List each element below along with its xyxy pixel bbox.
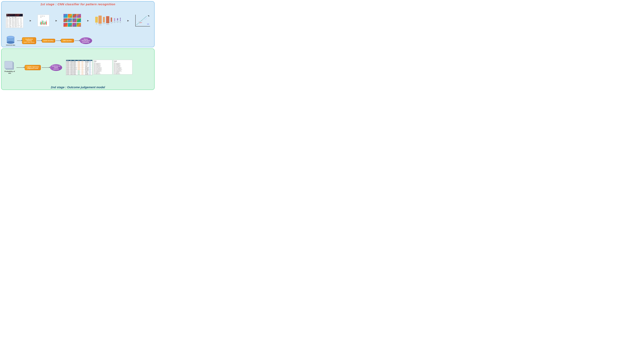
prob-chart-svg: × × × × ○ ○ ○ ○ [136, 15, 150, 26]
fc-label: fullyconnected128 [116, 21, 119, 23]
flow2-connector-1 [17, 67, 24, 68]
class-l-coefficients: ClassL: -0.12 + [Team_x=Arizona]*-0.11 +… [93, 60, 112, 74]
gasf-cell [72, 23, 77, 27]
svg-text:○: ○ [146, 18, 147, 19]
output-ellipse-2 [120, 19, 121, 21]
gasf-cell [68, 14, 72, 18]
table-row: Nov 20@ SFW 30-17Week 11W -10.5U 51.5 [6, 25, 23, 26]
s2-table-row: 2016-2017Sunday 10/02/16Week 4 Atlanta0.… [66, 71, 92, 73]
candlestick-box: Candlestick charting (OHLC time series) [22, 37, 36, 44]
svg-text:○: ○ [145, 19, 145, 20]
hist-table-header: 🏈 New England Patriots SP AEMPE COAEBS [6, 14, 23, 17]
svg-point-11 [7, 41, 14, 44]
class-l-title: ClassL: [94, 61, 112, 62]
probability-win-label: Probability of win [4, 70, 16, 74]
conv-layer-2: conv layer16 filters [5] [106, 16, 109, 25]
candle-6 [46, 20, 47, 25]
stage1-visuals: 🏈 New England Patriots SP AEMPE COAEBS D… [3, 7, 153, 34]
dropout-layer: dropout0.5 [113, 18, 116, 23]
pool-layer-2: max pooling2×2 [110, 18, 113, 24]
s2-table-row: 2016-2017Sunday 09/18/16Week 2 Arizona0.… [66, 62, 92, 63]
input-layer-label: inputlayer [96, 23, 97, 24]
svg-text:○: ○ [146, 16, 146, 18]
s2-table-row: 2016-2017Sunday 12/04/16Week 13 Arizona0… [66, 68, 92, 69]
gasf-cell [77, 23, 81, 27]
flow-connector-2 [37, 41, 41, 41]
dropout-label: dropout0.5 [113, 21, 116, 23]
class-l-content: -0.12 + [Team_x=Arizona]*-0.11 + [Team_x… [94, 62, 112, 74]
s2-table-row: 2016-2017Sunday 01/01/17Week 1 Atlanta0.… [66, 70, 92, 71]
flow-stage2: Probability of win Logistic regression j… [3, 50, 153, 85]
arrow-2: ▶ [56, 19, 57, 22]
stage2-title: 2nd stage : Outcome judgement model [3, 86, 153, 89]
historical-data-node: Historical data [5, 36, 17, 46]
table-col-header: DateVSScoreWeek [6, 17, 23, 18]
table-row: Nov 27@ NYGW 22-17Week 12L -8.5U 48 [6, 24, 23, 25]
probability-win-node: Probability of win [4, 61, 16, 74]
table-row: Dec 12@ BALW 30-23Week 14W -6Ø 45 [6, 21, 23, 23]
table-row: Jan 1@ MIAW 35-14Week 17W -7.5Ø 47 [6, 18, 23, 19]
s2-data-table: Season Date Week Team_x # Prob_x Team_y … [66, 60, 92, 75]
dropout-rect [114, 18, 115, 21]
main-container: 1st stage : CNN classifier for pattern r… [0, 0, 156, 91]
ohlc-chart: O H L C [38, 15, 49, 26]
conv-layer-1-label: conv layer8 filters [5] [99, 24, 101, 25]
win-label: win [147, 23, 149, 25]
prob-chart: % × × × × ○ ○ ○ ○ lose win [135, 15, 150, 26]
s2-table-row: 2016-2017Monday 10/17/16Week 6 Arizona0.… [66, 64, 92, 66]
gasf-cell [68, 23, 72, 27]
lose-label: lose [140, 22, 142, 23]
svg-text:○: ○ [144, 17, 145, 19]
gasf-cell [64, 18, 67, 22]
binary-classification-box: Binary classification probability [80, 37, 92, 44]
s2-table-row: 2016-2017Sunday 11/13/16Week 10 Arizona0… [66, 67, 92, 68]
s2-table-row: 2016-2017Sunday 09/11/16Week 1 Arizona0.… [66, 61, 92, 62]
conv-layer-1: conv layer8 filters [5] [98, 16, 102, 25]
class-w-coefficients: ClassW: -0.12 + [Team_x=Arizona]*0.11 + … [113, 60, 133, 74]
conv-layer-2-label: conv layer16 filters [5] [106, 23, 109, 25]
pool-layer-1-rect [103, 17, 105, 22]
class-w-title: ClassW: [114, 61, 132, 62]
candle-4 [44, 21, 44, 25]
table-row: Oct 30@ BUFW 41-25Week 8W -5.5Ø 48 [6, 27, 23, 28]
gasf-cell [64, 23, 67, 27]
s2-table-row: 2016-2017Sunday 10/23/16Week 7 Atlanta0.… [66, 73, 92, 74]
s2-table-header: Season Date Week Team_x # Prob_x Team_y … [66, 60, 92, 61]
candle-1 [40, 21, 41, 25]
hist-data-table: 🏈 New England Patriots SP AEMPE COAEBS D… [6, 13, 23, 28]
output-ellipse-1 [120, 18, 121, 19]
stage1-title: 1st stage : CNN classifier for pattern r… [3, 3, 153, 6]
pool-layer-1-label: max pooling2×2 [102, 23, 106, 24]
model-data-section: Season Date Week Team_x # Prob_x Team_y … [66, 60, 133, 75]
arrow-3: ▶ [87, 19, 89, 22]
pool-layer-2-label: max pooling2×2 [110, 22, 113, 24]
stage1-box: 1st stage : CNN classifier for pattern r… [1, 1, 155, 47]
candle-2 [41, 21, 42, 25]
gasf-encoding-grid [64, 14, 81, 27]
candle-3 [43, 20, 43, 25]
gasf-cell [77, 18, 81, 22]
flow2-connector-2 [42, 67, 49, 68]
output-layer: outputlayer2 [119, 18, 121, 23]
cylinder-svg [6, 36, 15, 44]
s2-table-row: 2016-2017Sunday 10/30/16Week 8 Atlanta0.… [66, 74, 92, 75]
class-w-content: -0.12 + [Team_x=Arizona]*0.11 + [Team_x=… [114, 62, 132, 74]
table-row: Dec 18@ DENW 16-3Week 15W -3U 43 [6, 20, 23, 21]
gasf-encoding-box: GASF encoding [42, 39, 55, 43]
s2-table-row: 2016-2017Sunday 12/18/16Week 15 Arizona0… [66, 69, 92, 70]
cnn-layers-visual: inputlayer conv layer8 filters [5] max p… [95, 16, 121, 25]
flow-connector-4 [75, 41, 79, 41]
gasf-cell [72, 18, 77, 22]
conv-layer-2-rect [106, 16, 109, 23]
historical-data-label: Historical data [6, 44, 15, 46]
gasf-cell [72, 14, 77, 18]
table-row: Nov 13@ SEAL 24-31Week 10L -7.5Ø 49.5 [6, 26, 23, 27]
pool-layer-2-rect [111, 18, 112, 22]
flow-connector-3 [56, 41, 60, 41]
fc-rect [117, 18, 118, 21]
doc-page-3 [4, 61, 13, 68]
team-logo-text: 🏈 New England Patriots [7, 14, 15, 16]
pool-layer-1: max pooling2×2 [102, 17, 106, 24]
input-layer-rect [95, 17, 98, 23]
flow-connector-1 [17, 41, 22, 41]
